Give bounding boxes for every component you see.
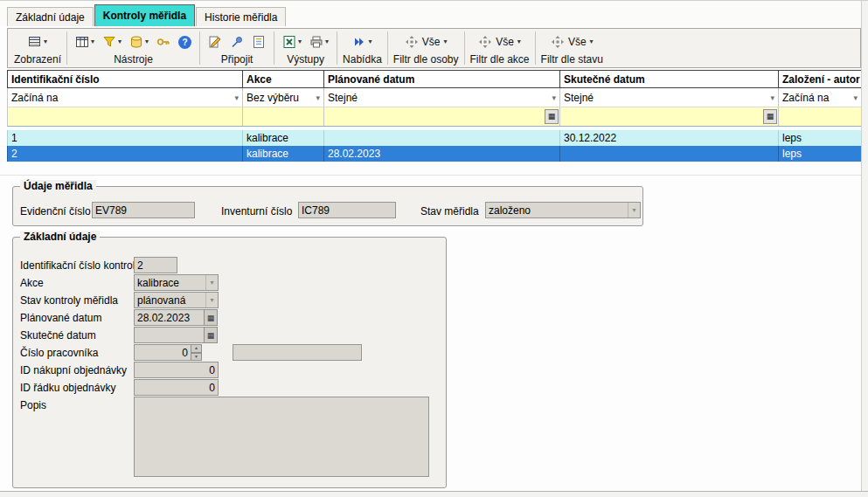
tab-zakladni-udaje[interactable]: Základní údaje	[7, 7, 94, 26]
dropdown-value: kalibrace	[135, 277, 205, 289]
toolbar-separator	[387, 31, 388, 65]
excel-icon	[282, 35, 296, 49]
cell-identifikacni-cislo[interactable]: 1	[8, 130, 243, 146]
filter-condition-label: Stejné	[564, 92, 770, 104]
filter-button[interactable]: ▾	[100, 33, 124, 51]
chevron-down-icon: ▾	[298, 38, 302, 45]
filter-condition-planovane-datum[interactable]: Stejné▾	[324, 88, 560, 107]
tab-historie-meridla[interactable]: Historie měřidla	[196, 7, 286, 26]
cell-planovane-datum[interactable]: 28.02.2023	[324, 146, 560, 162]
edit-icon	[208, 35, 222, 49]
attach-button[interactable]	[227, 33, 247, 51]
table-columns-icon	[75, 35, 89, 49]
toolbar-group-label: Nástroje	[114, 53, 153, 66]
toolbar-separator	[199, 31, 200, 65]
grid-header-row: Identifikační číslo Akce Plánované datum…	[7, 70, 861, 88]
column-header-zalozeni-autor[interactable]: Založení - autor	[779, 71, 862, 87]
id-radku-objednavky-label: ID řádku objednávky	[20, 382, 115, 394]
toolbar-group-label: Připojit	[221, 53, 253, 66]
skutecne-datum-field	[134, 327, 205, 343]
filter-condition-zalozeni-autor[interactable]: Začíná na▾	[779, 88, 862, 107]
key-button[interactable]	[154, 33, 173, 51]
column-header-skutecne-datum[interactable]: Skutečné datum	[560, 71, 779, 87]
toolbar-group-filtr-akce: Vše ▾ Filtr dle akce	[466, 30, 534, 66]
dropdown-value: plánovaná	[135, 294, 205, 307]
stav-kontroly-dropdown: plánovaná ▾	[134, 292, 219, 308]
evidencni-cislo-field: EV789	[92, 202, 195, 218]
toolbar: ▾ Zobrazení ▾ ▾ ▾	[7, 28, 861, 68]
data-button[interactable]: ▾	[127, 33, 151, 51]
toolbar-group-pripojit: Připojit	[201, 30, 273, 66]
cell-identifikacni-cislo[interactable]: 2	[8, 146, 243, 162]
print-button[interactable]: ▾	[307, 33, 331, 51]
group-title: Základní údaje	[20, 231, 100, 243]
chevron-down-icon: ▾	[325, 38, 329, 45]
table-row-selected[interactable]: 2 kalibrace 28.02.2023 leps	[7, 146, 861, 162]
filter-input-cell: ▦	[560, 107, 779, 126]
column-header-akce[interactable]: Akce	[243, 71, 324, 87]
cell-zalozeni-autor[interactable]: leps	[779, 130, 862, 146]
filtr-osoby-button[interactable]: Vše ▾	[402, 33, 450, 51]
calendar-icon: ▦	[207, 331, 215, 340]
toolbar-separator	[337, 31, 337, 65]
filtr-akce-button[interactable]: Vše ▾	[476, 33, 524, 51]
cell-skutecne-datum[interactable]: 30.12.2022	[560, 130, 779, 146]
chevron-down-icon: ▾	[590, 38, 594, 45]
filtr-stavu-button[interactable]: Vše ▾	[548, 33, 596, 51]
evidencni-cislo-label: Evidenční číslo	[20, 205, 91, 217]
pin-icon	[230, 35, 244, 49]
cell-zalozeni-autor[interactable]: leps	[779, 146, 862, 162]
edit-button[interactable]	[205, 33, 225, 51]
field-value: 0	[209, 364, 215, 376]
panel-divider	[0, 175, 868, 176]
calendar-button: ▦	[204, 327, 218, 343]
field-value: 28.02.2023	[137, 312, 190, 324]
cell-planovane-datum[interactable]	[324, 130, 560, 146]
table-row[interactable]: 1 kalibrace 30.12.2022 leps	[7, 130, 861, 146]
toolbar-group-label: Filtr dle stavu	[541, 53, 603, 66]
cell-akce[interactable]: kalibrace	[243, 130, 324, 146]
filter-condition-akce[interactable]: Bez výběru▾	[243, 88, 324, 107]
column-header-planovane-datum[interactable]: Plánované datum	[324, 71, 560, 87]
columns-button[interactable]: ▾	[73, 33, 97, 51]
filter-input-cell	[779, 107, 862, 126]
tab-label: Kontroly měřidla	[103, 10, 186, 22]
field-value: 2	[137, 259, 143, 272]
filter-input-planovane-datum[interactable]	[325, 108, 545, 125]
form-button[interactable]	[249, 33, 268, 51]
cell-skutecne-datum[interactable]	[560, 146, 779, 162]
calendar-button[interactable]: ▦	[763, 109, 777, 124]
filter-condition-identifikacni-cislo[interactable]: Začíná na▾	[8, 88, 243, 107]
filter-input-zalozeni-autor[interactable]	[780, 108, 860, 125]
help-button[interactable]: ?	[176, 34, 194, 51]
toolbar-group-label: Filtr dle osoby	[393, 53, 459, 66]
calendar-button: ▦	[204, 309, 218, 326]
cell-akce[interactable]: kalibrace	[243, 146, 324, 162]
inventurni-cislo-label: Inventurní číslo	[221, 205, 292, 217]
tab-kontroly-meridla[interactable]: Kontroly měřidla	[94, 4, 195, 26]
column-header-identifikacni-cislo[interactable]: Identifikační číslo	[8, 71, 243, 87]
menu-chevrons-icon	[352, 35, 366, 49]
chevron-down-icon: ▾	[628, 203, 640, 217]
filter-value: Vše	[566, 36, 588, 48]
chevron-down-icon: ▾	[145, 38, 149, 45]
toolbar-group-filtr-osoby: Vše ▾ Filtr dle osoby	[389, 30, 463, 66]
chevron-down-icon: ▾	[205, 293, 218, 307]
toolbar-group-nastroje: ▾ ▾ ▾ ? Nástroje	[68, 30, 198, 66]
filter-input-identifikacni-cislo[interactable]	[9, 108, 241, 125]
filter-input-akce[interactable]	[244, 108, 323, 125]
skutecne-datum-label: Skutečné datum	[20, 329, 96, 342]
filter-condition-label: Začíná na	[11, 92, 234, 104]
cislo-pracovnika-stepper: ▲ ▼	[191, 344, 202, 361]
calendar-button[interactable]: ▦	[545, 109, 559, 124]
group-zakladni-udaje: Základní údaje Identifikační číslo kontr…	[12, 237, 447, 488]
zobrazeni-button[interactable]: ▾	[25, 33, 50, 51]
filter-input-skutecne-datum[interactable]	[561, 108, 763, 125]
toolbar-separator	[66, 31, 67, 65]
id-kontroly-label: Identifikační číslo kontroly	[20, 259, 140, 272]
print-icon	[309, 35, 323, 49]
excel-export-button[interactable]: ▾	[280, 33, 304, 51]
filter-condition-skutecne-datum[interactable]: Stejné▾	[560, 88, 779, 107]
menu-button[interactable]: ▾	[350, 33, 374, 51]
id-nakupni-objednavky-label: ID nákupní objednávky	[20, 364, 127, 376]
